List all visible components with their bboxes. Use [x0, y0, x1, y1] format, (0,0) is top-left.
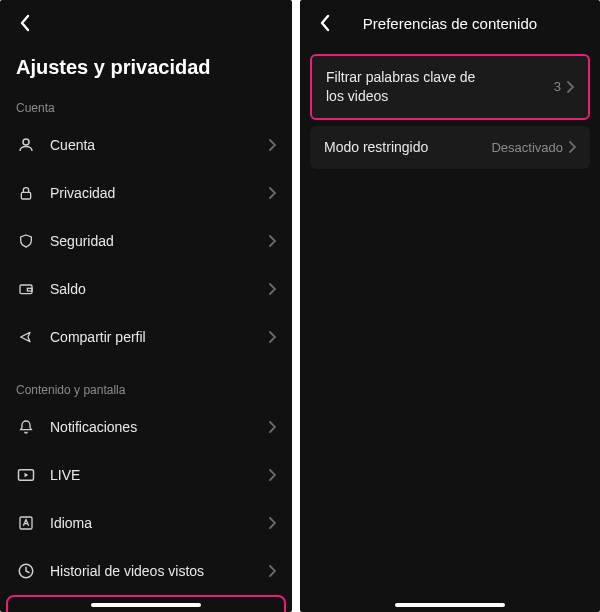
row-privacidad[interactable]: Privacidad: [0, 169, 292, 217]
row-label: Historial de videos vistos: [50, 563, 204, 579]
chevron-right-icon: [569, 141, 576, 153]
row-saldo[interactable]: Saldo: [0, 265, 292, 313]
shield-icon: [16, 231, 36, 251]
section-header-cuenta: Cuenta: [0, 97, 292, 121]
row-historial[interactable]: Historial de videos vistos: [0, 547, 292, 595]
chevron-right-icon: [269, 139, 276, 151]
left-topbar: [0, 0, 292, 46]
chevron-right-icon: [269, 187, 276, 199]
settings-screen: Ajustes y privacidad Cuenta Cuenta Priva…: [0, 0, 292, 612]
svg-rect-1: [21, 192, 30, 199]
svg-rect-2: [20, 285, 32, 294]
svg-point-0: [23, 139, 29, 145]
chevron-left-icon: [19, 14, 30, 32]
share-icon: [16, 327, 36, 347]
content-preferences-screen: Preferencias de contenido Filtrar palabr…: [300, 0, 600, 612]
section-header-contenido: Contenido y pantalla: [0, 379, 292, 403]
row-seguridad[interactable]: Seguridad: [0, 217, 292, 265]
chevron-right-icon: [269, 283, 276, 295]
row-filter-keywords[interactable]: Filtrar palabras clave de los videos 3: [312, 56, 588, 118]
chevron-left-icon: [319, 14, 330, 32]
screen-title: Preferencias de contenido: [300, 15, 600, 32]
chevron-right-icon: [269, 469, 276, 481]
wallet-icon: [16, 279, 36, 299]
chevron-right-icon: [269, 565, 276, 577]
row-label: LIVE: [50, 467, 80, 483]
row-restricted-mode-card: Modo restringido Desactivado: [310, 126, 590, 169]
chevron-right-icon: [567, 81, 574, 93]
live-icon: [16, 465, 36, 485]
row-label: Privacidad: [50, 185, 115, 201]
back-button[interactable]: [12, 11, 36, 35]
row-value: 3: [554, 79, 567, 94]
chevron-right-icon: [269, 235, 276, 247]
row-live[interactable]: LIVE: [0, 451, 292, 499]
row-value: Desactivado: [491, 140, 569, 155]
user-icon: [16, 135, 36, 155]
row-notificaciones[interactable]: Notificaciones: [0, 403, 292, 451]
row-cuenta[interactable]: Cuenta: [0, 121, 292, 169]
back-button[interactable]: [312, 11, 336, 35]
row-filter-keywords-card: Filtrar palabras clave de los videos 3: [310, 54, 590, 120]
home-indicator[interactable]: [395, 603, 505, 607]
row-restricted-mode[interactable]: Modo restringido Desactivado: [310, 126, 590, 169]
svg-rect-3: [27, 288, 32, 291]
chevron-right-icon: [269, 331, 276, 343]
row-compartir-perfil[interactable]: Compartir perfil: [0, 313, 292, 361]
row-label: Modo restringido: [324, 138, 428, 157]
row-label: Notificaciones: [50, 419, 137, 435]
language-icon: [16, 513, 36, 533]
row-label: Cuenta: [50, 137, 95, 153]
chevron-right-icon: [269, 421, 276, 433]
row-label: Idioma: [50, 515, 92, 531]
page-title: Ajustes y privacidad: [0, 46, 292, 97]
row-label: Saldo: [50, 281, 86, 297]
history-icon: [16, 561, 36, 581]
row-label: Filtrar palabras clave de los videos: [326, 68, 481, 106]
right-topbar: Preferencias de contenido: [300, 0, 600, 46]
bell-icon: [16, 417, 36, 437]
row-label: Compartir perfil: [50, 329, 146, 345]
row-idioma[interactable]: Idioma: [0, 499, 292, 547]
home-indicator[interactable]: [91, 603, 201, 607]
row-label: Seguridad: [50, 233, 114, 249]
chevron-right-icon: [269, 517, 276, 529]
lock-icon: [16, 183, 36, 203]
